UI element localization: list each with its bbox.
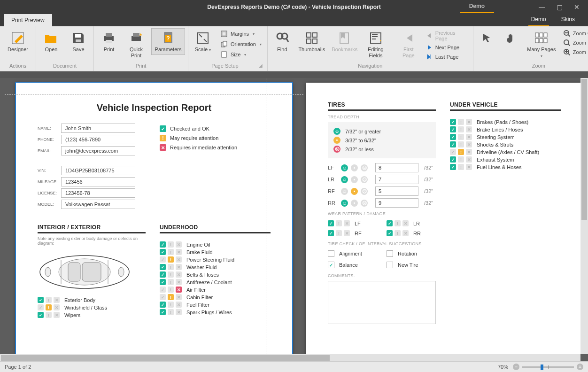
b-ok-icon[interactable]: ✓ xyxy=(160,309,166,315)
face-icon[interactable]: ☺ xyxy=(341,164,348,171)
b-ok-icon[interactable]: ✓ xyxy=(160,241,166,248)
email-field[interactable]: john@devexpress.com xyxy=(61,146,135,155)
b-bad-icon[interactable]: ✕ xyxy=(466,126,472,132)
maximize-icon[interactable]: ▢ xyxy=(557,3,563,11)
b-warn-icon[interactable]: ! xyxy=(168,287,174,293)
b-bad-icon[interactable]: ✕ xyxy=(466,134,472,140)
b-warn-icon[interactable]: ! xyxy=(46,304,52,310)
b-ok-icon[interactable]: ✓ xyxy=(160,294,166,300)
b-ok-icon[interactable]: ✓ xyxy=(160,256,166,263)
b-ok-icon[interactable]: ✓ xyxy=(160,287,166,293)
minimize-icon[interactable]: — xyxy=(539,3,545,11)
scrollbar-vertical[interactable] xyxy=(580,78,588,354)
b-bad-icon[interactable]: ✕ xyxy=(176,287,182,293)
b-bad-icon[interactable]: ✕ xyxy=(466,141,472,147)
face-icon[interactable]: ☺ xyxy=(341,176,348,183)
b-bad-icon[interactable]: ✕ xyxy=(54,297,60,303)
face-icon[interactable]: ☺ xyxy=(341,200,348,207)
checkbox[interactable] xyxy=(387,262,393,268)
b-ok-icon[interactable]: ✓ xyxy=(160,279,166,285)
b-warn-icon[interactable]: ! xyxy=(458,126,464,132)
b-ok-icon[interactable]: ✓ xyxy=(38,297,44,303)
model-field[interactable]: Volkswagen Passat xyxy=(61,200,135,209)
tread-input[interactable]: 9 xyxy=(375,198,418,208)
b-warn-icon[interactable]: ! xyxy=(336,230,342,236)
designer-button[interactable]: Designer xyxy=(3,28,33,55)
dialog-launcher-icon[interactable]: ◢ xyxy=(259,63,263,68)
b-ok-icon[interactable]: ✓ xyxy=(160,271,166,278)
b-ok-icon[interactable]: ✓ xyxy=(450,141,456,147)
b-bad-icon[interactable]: ✕ xyxy=(176,264,182,270)
b-warn-icon[interactable]: ! xyxy=(168,241,174,248)
b-bad-icon[interactable]: ✕ xyxy=(466,119,472,125)
b-ok-icon[interactable]: ✓ xyxy=(387,230,393,236)
report-page-1[interactable]: Vehicle Inspection Report NAME:John Smit… xyxy=(16,83,292,354)
b-bad-icon[interactable]: ✕ xyxy=(402,230,409,236)
b-bad-icon[interactable]: ✕ xyxy=(466,149,472,155)
b-bad-icon[interactable]: ✕ xyxy=(466,156,472,163)
b-bad-icon[interactable]: ✕ xyxy=(176,256,182,263)
face-icon[interactable]: • xyxy=(351,176,358,183)
b-bad-icon[interactable]: ✕ xyxy=(344,230,350,236)
pointer-button[interactable] xyxy=(476,28,498,55)
checkbox[interactable] xyxy=(328,250,334,257)
hand-button[interactable] xyxy=(501,28,522,55)
tab-skins[interactable]: Skins xyxy=(558,14,578,26)
license-field[interactable]: 123456-78 xyxy=(61,188,135,198)
face-icon[interactable]: ☹ xyxy=(361,188,368,195)
b-warn-icon[interactable]: ! xyxy=(168,294,174,300)
b-bad-icon[interactable]: ✕ xyxy=(466,164,472,170)
thumbnails-button[interactable]: Thumbnails xyxy=(297,28,327,55)
b-warn-icon[interactable]: ! xyxy=(168,302,174,308)
b-warn-icon[interactable]: ! xyxy=(46,297,52,303)
b-warn-icon[interactable]: ! xyxy=(336,220,342,226)
tread-input[interactable]: 8 xyxy=(375,163,418,172)
margins-button[interactable]: Margins▾ xyxy=(217,29,264,39)
vin-field[interactable]: 1D4GP25B03108775 xyxy=(61,166,135,175)
next-page-button[interactable]: Next Page xyxy=(423,43,470,52)
zoom-plus-icon[interactable]: + xyxy=(577,364,583,370)
b-bad-icon[interactable]: ✕ xyxy=(54,304,60,310)
b-bad-icon[interactable]: ✕ xyxy=(176,302,182,308)
b-ok-icon[interactable]: ✓ xyxy=(450,149,456,155)
comments-box[interactable] xyxy=(328,281,436,324)
face-icon[interactable]: • xyxy=(351,200,358,207)
b-warn-icon[interactable]: ! xyxy=(168,256,174,263)
b-ok-icon[interactable]: ✓ xyxy=(387,220,393,226)
tab-demo[interactable]: Demo xyxy=(528,14,549,26)
print-button[interactable]: Print xyxy=(97,28,121,55)
face-icon[interactable]: ☺ xyxy=(341,188,348,195)
b-bad-icon[interactable]: ✕ xyxy=(176,294,182,300)
b-bad-icon[interactable]: ✕ xyxy=(54,312,60,318)
b-ok-icon[interactable]: ✓ xyxy=(328,220,334,226)
zoom-minus-icon[interactable]: − xyxy=(513,364,519,370)
viewport[interactable]: Vehicle Inspection Report NAME:John Smit… xyxy=(0,78,580,354)
b-warn-icon[interactable]: ! xyxy=(46,312,52,318)
b-ok-icon[interactable]: ✓ xyxy=(450,134,456,140)
find-button[interactable]: Find xyxy=(271,28,294,55)
title-demo-tab[interactable]: Demo xyxy=(460,0,494,13)
phone-field[interactable]: (123) 456-7890 xyxy=(61,135,135,144)
b-ok-icon[interactable]: ✓ xyxy=(450,164,456,170)
many-pages-button[interactable]: Many Pages ▾ xyxy=(525,28,558,62)
zoom-slider[interactable]: − + xyxy=(513,364,583,370)
tab-print-preview[interactable]: Print Preview xyxy=(4,14,52,26)
b-bad-icon[interactable]: ✕ xyxy=(176,249,182,255)
b-warn-icon[interactable]: ! xyxy=(168,279,174,285)
zoom-out-button[interactable]: Zoom Out xyxy=(561,29,588,38)
b-ok-icon[interactable]: ✓ xyxy=(160,302,166,308)
face-icon[interactable]: • xyxy=(351,188,358,195)
checkbox[interactable]: ✓ xyxy=(328,262,334,268)
name-field[interactable]: John Smith xyxy=(61,124,135,133)
b-bad-icon[interactable]: ✕ xyxy=(176,309,182,315)
scale-button[interactable]: Scale ▾ xyxy=(191,28,215,55)
b-warn-icon[interactable]: ! xyxy=(395,230,401,236)
face-icon[interactable]: ☹ xyxy=(361,200,368,207)
b-ok-icon[interactable]: ✓ xyxy=(160,249,166,255)
b-warn-icon[interactable]: ! xyxy=(168,309,174,315)
mileage-field[interactable]: 123456 xyxy=(61,177,135,186)
b-warn-icon[interactable]: ! xyxy=(458,156,464,163)
b-ok-icon[interactable]: ✓ xyxy=(38,312,44,318)
orientation-button[interactable]: Orientation▾ xyxy=(217,39,264,49)
b-warn-icon[interactable]: ! xyxy=(395,220,401,226)
